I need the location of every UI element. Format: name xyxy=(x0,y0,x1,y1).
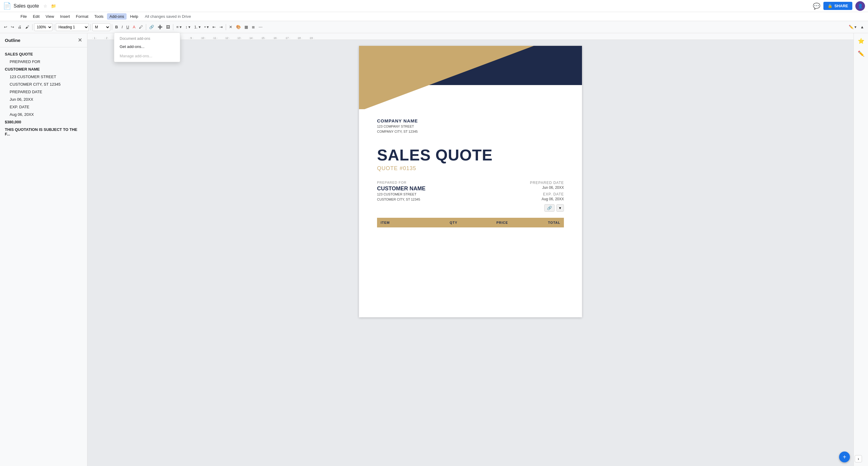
quote-table: ITEM QTY PRICE TOTAL xyxy=(377,218,564,227)
text-color-button[interactable]: A xyxy=(131,24,137,30)
outline-item-customer-name[interactable]: CUSTOMER NAME xyxy=(0,65,87,73)
prepared-date: Jun 06, 20XX xyxy=(530,185,564,190)
italic-button[interactable]: I xyxy=(120,24,124,30)
share-button[interactable]: 🔒 SHARE xyxy=(824,2,852,10)
comment-icon[interactable]: 💬 xyxy=(813,2,820,10)
company-city: COMPANY CITY, ST 12345 xyxy=(377,130,418,133)
background-color-button[interactable]: 🎨 xyxy=(235,24,242,30)
insert-image-button[interactable]: ➕ xyxy=(156,24,164,30)
doc-icon: 📄 xyxy=(3,2,11,10)
customer-info: PREPARED FOR CUSTOMER NAME 123 CUSTOMER … xyxy=(377,181,426,202)
outline-item-street[interactable]: 123 CUSTOMER STREET xyxy=(0,73,87,81)
menu-edit[interactable]: Edit xyxy=(30,13,42,20)
saved-status: All changes saved in Drive xyxy=(145,14,191,19)
folder-icon[interactable]: 📁 xyxy=(51,4,56,8)
menu-format[interactable]: Format xyxy=(73,13,91,20)
get-addons-item[interactable]: Get add-ons... xyxy=(114,42,180,51)
menu-tools[interactable]: Tools xyxy=(92,13,106,20)
star-panel-icon[interactable]: ⭐ xyxy=(856,36,867,47)
undo-button[interactable]: ↩ xyxy=(2,24,9,30)
topbar: 📄 Sales quote ☆ 📁 💬 🔒 SHARE 👤 xyxy=(0,0,868,12)
outline-item-amount[interactable]: $380,000 xyxy=(0,118,87,126)
page-content: COMPANY NAME 123 COMPANY STREET COMPANY … xyxy=(359,109,582,239)
underline-button[interactable]: U xyxy=(125,24,130,30)
ruler-tick: ·16 · xyxy=(270,36,281,39)
outline-item-city[interactable]: CUSTOMER CITY, ST 12345 xyxy=(0,81,87,88)
star-icon[interactable]: ☆ xyxy=(43,4,47,8)
separator xyxy=(90,24,91,30)
ruler-tick: ·15 · xyxy=(257,36,270,39)
sales-quote-title: SALES QUOTE xyxy=(377,146,564,164)
col-price: PRICE xyxy=(461,218,512,227)
close-sidebar-button[interactable]: ✕ xyxy=(78,37,82,43)
ruler-tick: · 2 · xyxy=(101,36,113,39)
more-format-button[interactable]: ⋯ xyxy=(257,24,264,30)
menu-help[interactable]: Help xyxy=(128,13,141,20)
separator xyxy=(32,24,33,30)
outline-item-sales-quote[interactable]: SALES QUOTE xyxy=(0,50,87,58)
share-label: SHARE xyxy=(834,4,848,8)
doc-title: Sales quote xyxy=(13,3,39,9)
bold-button[interactable]: B xyxy=(114,24,119,30)
link-button[interactable]: 🔗 xyxy=(148,24,156,30)
ruler-tick: · 1 · xyxy=(89,36,101,39)
image-button[interactable]: 🖼 xyxy=(164,24,172,30)
addons-dropdown: Document add-ons Get add-ons... Manage a… xyxy=(114,33,180,62)
indent-increase-button[interactable]: ⇥ xyxy=(218,24,224,30)
ruler-tick: ·19 · xyxy=(306,36,318,39)
print-button[interactable]: 🖨 xyxy=(16,24,23,30)
toolbar: ↩ ↪ 🖨 🖌 100% 75% 150% Heading 1 Normal t… xyxy=(0,21,868,33)
outline-sidebar: Outline ✕ SALES QUOTE PREPARED FOR CUSTO… xyxy=(0,33,87,466)
menu-addons[interactable]: Add-ons xyxy=(107,13,126,20)
company-address: 123 COMPANY STREET COMPANY CITY, ST 1234… xyxy=(377,124,564,134)
style-select[interactable]: Heading 1 Normal text Heading 2 xyxy=(56,23,89,31)
add-note-button[interactable]: + xyxy=(839,452,850,462)
highlight-button[interactable]: 🖊 xyxy=(137,24,144,30)
exp-date-label: EXP. DATE xyxy=(530,192,564,196)
align-button[interactable]: ≡ ▾ xyxy=(175,24,183,30)
list-bullet-button[interactable]: • ▾ xyxy=(203,24,210,30)
outline-item-prepared-date[interactable]: Jun 06, 20XX xyxy=(0,96,87,103)
zoom-select[interactable]: 100% 75% 150% xyxy=(34,23,53,31)
manage-addons-item: Manage add-ons... xyxy=(114,51,180,61)
outline-list: SALES QUOTE PREPARED FOR CUSTOMER NAME 1… xyxy=(0,47,87,141)
menu-file[interactable]: File xyxy=(18,13,29,20)
font-select[interactable]: M Arial xyxy=(92,23,110,31)
paint-format-button[interactable]: 🖌 xyxy=(24,24,31,30)
menu-insert[interactable]: Insert xyxy=(58,13,72,20)
ruler: · 1 · · 2 · · 3 · · 4 · · 5 · · 6 · · 7 … xyxy=(87,33,854,40)
doc-area[interactable]: · 1 · · 2 · · 3 · · 4 · · 5 · · 6 · · 7 … xyxy=(87,33,854,466)
page-header-decoration xyxy=(359,46,582,109)
ruler-tick: ·12 · xyxy=(221,36,233,39)
main-layout: Outline ✕ SALES QUOTE PREPARED FOR CUSTO… xyxy=(0,33,868,466)
outline-item-prepared-for[interactable]: PREPARED FOR xyxy=(0,58,87,65)
border-button[interactable]: ▦ xyxy=(243,24,250,30)
columns-button[interactable]: ≣ xyxy=(250,24,256,30)
right-panel: ⭐ ✏️ xyxy=(854,33,868,466)
pen-button[interactable]: ✏️ ▾ xyxy=(847,24,858,30)
outline-item-exp-date[interactable]: Aug 06, 20XX xyxy=(0,111,87,118)
line-spacing-button[interactable]: ↕ ▾ xyxy=(184,24,192,30)
sidebar-title: Outline xyxy=(5,38,21,43)
outline-item-terms[interactable]: THIS QUOTATION IS SUBJECT TO THE F... xyxy=(0,126,87,138)
company-name: COMPANY NAME xyxy=(377,118,564,123)
expand-button[interactable]: › xyxy=(855,455,862,462)
separator xyxy=(112,24,112,30)
separator xyxy=(226,24,226,30)
sidebar-header: Outline ✕ xyxy=(0,33,87,47)
menu-view[interactable]: View xyxy=(43,13,56,20)
collapse-toolbar-button[interactable]: ▲ xyxy=(859,24,866,30)
outline-item-prepared-date-label[interactable]: PREPARED DATE xyxy=(0,88,87,96)
indent-decrease-button[interactable]: ⇤ xyxy=(211,24,217,30)
edit-panel-icon[interactable]: ✏️ xyxy=(856,48,867,59)
chevron-down-button[interactable]: ▾ xyxy=(556,204,564,212)
redo-button[interactable]: ↪ xyxy=(9,24,16,30)
clear-format-button[interactable]: ✕ xyxy=(227,24,234,30)
outline-item-exp-label[interactable]: EXP. DATE xyxy=(0,103,87,111)
menubar: File Edit View Insert Format Tools Add-o… xyxy=(0,12,868,21)
list-numbered-button[interactable]: 1. ▾ xyxy=(193,24,202,30)
avatar[interactable]: 👤 xyxy=(855,1,865,11)
exp-date: Aug 06, 20XX xyxy=(530,197,564,201)
table-header-row: ITEM QTY PRICE TOTAL xyxy=(377,218,564,227)
link-button-inline[interactable]: 🔗 xyxy=(544,204,555,212)
